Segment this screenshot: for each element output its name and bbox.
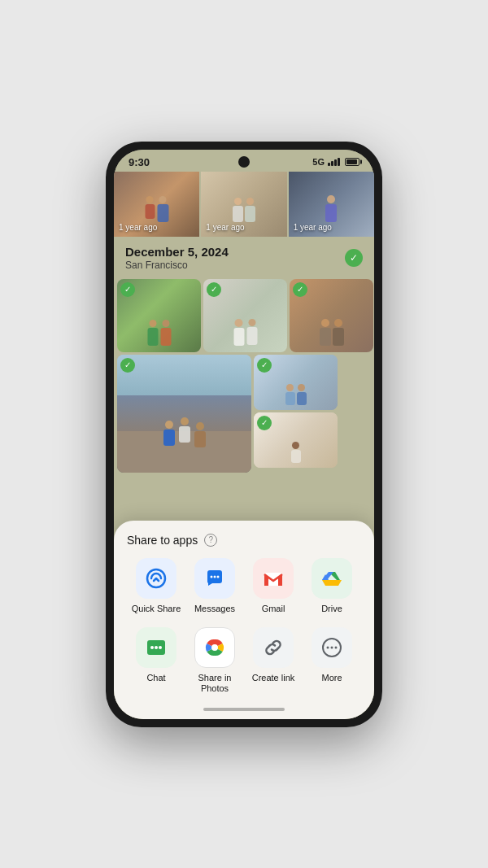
app-chat[interactable]: Chat <box>129 627 184 694</box>
svg-point-2 <box>214 575 216 578</box>
memory-label-2: 1 year ago <box>206 223 244 232</box>
app-quick-share[interactable]: Quick Share <box>129 558 184 614</box>
phone-frame: 9:30 5G <box>106 142 382 727</box>
grid-col-right: ✓ ✓ <box>254 355 338 473</box>
grid-row-2: ✓ <box>117 355 371 473</box>
app-share-photos[interactable]: Share in Photos <box>187 627 242 694</box>
share-sheet: Share to apps ? Quick Share <box>114 521 374 719</box>
camera-notch <box>238 156 250 168</box>
battery-icon <box>345 158 359 166</box>
quick-share-label: Quick Share <box>132 604 181 614</box>
photo-cell-small-2[interactable]: ✓ <box>254 412 338 468</box>
link-icon <box>253 627 294 668</box>
drive-icon <box>312 558 352 599</box>
svg-point-11 <box>327 647 329 649</box>
home-indicator <box>203 708 285 711</box>
network-label: 5G <box>312 157 325 167</box>
grid-row-1: ✓ ✓ <box>117 279 371 352</box>
photo-cell-small-1[interactable]: ✓ <box>254 355 338 410</box>
memories-strip: 1 year ago 1 year ago 1 year ago <box>114 172 374 237</box>
chat-icon <box>136 627 176 668</box>
create-link-label: Create link <box>252 673 295 683</box>
date-section: December 5, 2024 San Francisco ✓ <box>114 237 374 276</box>
phone-screen: 9:30 5G <box>114 150 374 719</box>
photo-check-large: ✓ <box>120 358 135 373</box>
app-drive[interactable]: Drive <box>304 558 359 614</box>
memory-label-1: 1 year ago <box>119 223 157 232</box>
memory-thumb-3[interactable]: 1 year ago <box>289 172 374 237</box>
svg-point-6 <box>150 646 154 649</box>
photo-cell-2[interactable]: ✓ <box>203 279 287 352</box>
more-icon <box>312 627 352 668</box>
svg-point-8 <box>159 646 162 649</box>
app-more[interactable]: More <box>304 627 359 694</box>
photo-cell-3[interactable]: ✓ <box>290 279 373 352</box>
memory-thumb-1[interactable]: 1 year ago <box>114 172 199 237</box>
share-title: Share to apps <box>127 534 198 547</box>
quick-share-icon <box>136 558 176 599</box>
more-label: More <box>321 673 342 683</box>
sheet-header: Share to apps ? <box>127 534 361 547</box>
select-all-check[interactable]: ✓ <box>345 249 363 267</box>
memory-label-3: 1 year ago <box>294 223 332 232</box>
messages-icon <box>194 558 235 599</box>
memory-thumb-2[interactable]: 1 year ago <box>201 172 286 237</box>
location-subtitle: San Francisco <box>125 260 229 271</box>
svg-point-1 <box>211 575 213 578</box>
apps-row-1: Quick Share Messages <box>127 558 361 614</box>
photo-cell-1[interactable]: ✓ <box>117 279 201 352</box>
status-bar: 9:30 5G <box>114 150 374 172</box>
photo-check-small-2: ✓ <box>257 416 272 430</box>
help-icon[interactable]: ? <box>204 534 217 547</box>
signal-icon <box>328 158 340 166</box>
svg-point-3 <box>217 575 220 578</box>
gmail-icon <box>253 558 294 599</box>
chat-label: Chat <box>146 673 165 683</box>
photo-check-2: ✓ <box>207 282 221 297</box>
app-gmail[interactable]: Gmail <box>246 558 301 614</box>
status-icons: 5G <box>312 157 359 167</box>
gmail-label: Gmail <box>262 604 285 614</box>
messages-label: Messages <box>194 604 235 614</box>
photos-icon <box>194 627 235 668</box>
app-messages[interactable]: Messages <box>187 558 242 614</box>
date-title: December 5, 2024 <box>125 245 229 259</box>
svg-point-13 <box>335 647 338 649</box>
status-time: 9:30 <box>129 156 150 168</box>
photos-grid: ✓ ✓ <box>114 276 374 521</box>
photo-check-small-1: ✓ <box>257 358 272 373</box>
app-create-link[interactable]: Create link <box>246 627 301 694</box>
content-area: 1 year ago 1 year ago 1 year ago <box>114 172 374 719</box>
svg-point-9 <box>211 644 218 651</box>
share-photos-label: Share in Photos <box>187 673 242 694</box>
photo-check-3: ✓ <box>293 282 307 297</box>
photo-check-1: ✓ <box>120 282 135 297</box>
svg-point-12 <box>331 647 333 649</box>
photo-cell-large[interactable]: ✓ <box>117 355 251 473</box>
apps-row-2: Chat <box>127 627 361 694</box>
svg-point-7 <box>155 646 158 649</box>
drive-label: Drive <box>321 604 342 614</box>
